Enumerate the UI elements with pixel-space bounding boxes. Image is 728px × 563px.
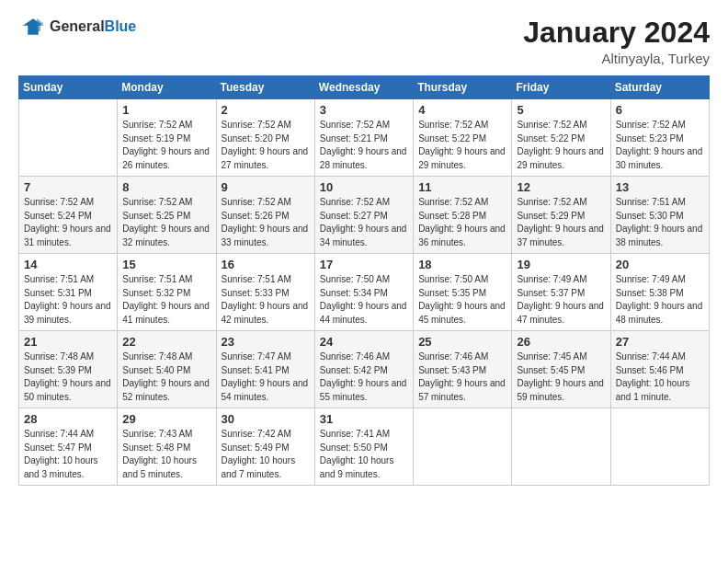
daylight-text: Daylight: 9 hours and 31 minutes.	[24, 224, 111, 247]
daylight-text: Daylight: 9 hours and 54 minutes.	[222, 378, 309, 402]
header-thursday: Thursday	[414, 76, 512, 99]
sunset-text: Sunset: 5:27 PM	[320, 211, 388, 221]
daylight-text: Daylight: 9 hours and 36 minutes.	[418, 224, 506, 247]
table-row: 14Sunrise: 7:51 AMSunset: 5:31 PMDayligh…	[19, 254, 118, 331]
sunrise-text: Sunrise: 7:52 AM	[616, 120, 686, 130]
day-number: 4	[418, 103, 506, 117]
day-number: 30	[222, 412, 310, 426]
day-number: 24	[320, 335, 408, 349]
day-info: Sunrise: 7:44 AMSunset: 5:46 PMDaylight:…	[616, 350, 704, 404]
table-row: 10Sunrise: 7:52 AMSunset: 5:27 PMDayligh…	[314, 177, 413, 254]
sunset-text: Sunset: 5:35 PM	[418, 288, 486, 298]
sunrise-text: Sunrise: 7:52 AM	[418, 120, 488, 130]
daylight-text: Daylight: 9 hours and 59 minutes.	[517, 378, 604, 402]
daylight-text: Daylight: 9 hours and 50 minutes.	[24, 378, 111, 402]
day-number: 25	[418, 335, 506, 349]
logo: GeneralBlue	[18, 17, 136, 37]
page: GeneralBlue January 2024 Altinyayla, Tur…	[0, 0, 728, 563]
day-info: Sunrise: 7:49 AMSunset: 5:37 PMDaylight:…	[517, 273, 605, 327]
sunrise-text: Sunrise: 7:52 AM	[517, 197, 586, 207]
day-info: Sunrise: 7:47 AMSunset: 5:41 PMDaylight:…	[222, 350, 310, 404]
daylight-text: Daylight: 10 hours and 9 minutes.	[320, 455, 394, 479]
day-number: 20	[616, 258, 704, 271]
daylight-text: Daylight: 9 hours and 34 minutes.	[320, 224, 407, 247]
header-sunday: Sunday	[19, 76, 118, 99]
day-info: Sunrise: 7:51 AMSunset: 5:31 PMDaylight:…	[24, 273, 112, 327]
sunrise-text: Sunrise: 7:41 AM	[320, 429, 390, 439]
daylight-text: Daylight: 9 hours and 45 minutes.	[418, 301, 506, 325]
sunset-text: Sunset: 5:33 PM	[222, 288, 290, 298]
day-info: Sunrise: 7:52 AMSunset: 5:22 PMDaylight:…	[517, 119, 605, 172]
calendar-week-row: 28Sunrise: 7:44 AMSunset: 5:47 PMDayligh…	[19, 408, 710, 486]
logo-icon	[20, 17, 46, 37]
table-row: 30Sunrise: 7:42 AMSunset: 5:49 PMDayligh…	[216, 408, 314, 486]
calendar-week-row: 21Sunrise: 7:48 AMSunset: 5:39 PMDayligh…	[19, 331, 710, 408]
sunrise-text: Sunrise: 7:51 AM	[616, 197, 686, 207]
day-number: 1	[122, 103, 210, 117]
sunrise-text: Sunrise: 7:52 AM	[24, 197, 94, 207]
daylight-text: Daylight: 9 hours and 29 minutes.	[418, 146, 506, 170]
sunset-text: Sunset: 5:29 PM	[517, 211, 585, 221]
calendar-week-row: 14Sunrise: 7:51 AMSunset: 5:31 PMDayligh…	[19, 254, 710, 331]
sunset-text: Sunset: 5:46 PM	[616, 365, 684, 375]
sunrise-text: Sunrise: 7:49 AM	[616, 274, 686, 284]
daylight-text: Daylight: 9 hours and 44 minutes.	[320, 301, 407, 325]
sunrise-text: Sunrise: 7:46 AM	[418, 351, 488, 362]
table-row: 20Sunrise: 7:49 AMSunset: 5:38 PMDayligh…	[610, 254, 709, 331]
sunset-text: Sunset: 5:30 PM	[616, 211, 684, 221]
sunset-text: Sunset: 5:38 PM	[616, 288, 684, 298]
day-number: 29	[122, 412, 210, 426]
day-number: 27	[616, 335, 704, 349]
day-info: Sunrise: 7:50 AMSunset: 5:34 PMDaylight:…	[320, 273, 408, 327]
daylight-text: Daylight: 9 hours and 47 minutes.	[517, 301, 604, 325]
table-row: 4Sunrise: 7:52 AMSunset: 5:22 PMDaylight…	[414, 99, 512, 177]
daylight-text: Daylight: 9 hours and 41 minutes.	[122, 301, 210, 325]
table-row	[19, 99, 118, 177]
sunrise-text: Sunrise: 7:52 AM	[222, 120, 291, 130]
daylight-text: Daylight: 9 hours and 55 minutes.	[320, 378, 407, 402]
header-friday: Friday	[512, 76, 610, 99]
table-row: 5Sunrise: 7:52 AMSunset: 5:22 PMDaylight…	[512, 99, 610, 177]
day-info: Sunrise: 7:48 AMSunset: 5:40 PMDaylight:…	[122, 350, 210, 404]
table-row: 27Sunrise: 7:44 AMSunset: 5:46 PMDayligh…	[610, 331, 709, 408]
table-row: 16Sunrise: 7:51 AMSunset: 5:33 PMDayligh…	[216, 254, 314, 331]
logo-general: General	[50, 18, 105, 34]
table-row: 19Sunrise: 7:49 AMSunset: 5:37 PMDayligh…	[512, 254, 610, 331]
day-number: 2	[222, 103, 310, 117]
daylight-text: Daylight: 9 hours and 52 minutes.	[122, 378, 210, 402]
weekday-header-row: Sunday Monday Tuesday Wednesday Thursday…	[19, 76, 710, 99]
table-row: 2Sunrise: 7:52 AMSunset: 5:20 PMDaylight…	[216, 99, 314, 177]
sunrise-text: Sunrise: 7:52 AM	[122, 197, 192, 207]
day-info: Sunrise: 7:52 AMSunset: 5:21 PMDaylight:…	[320, 119, 408, 172]
day-info: Sunrise: 7:52 AMSunset: 5:24 PMDaylight:…	[24, 196, 112, 249]
header-saturday: Saturday	[610, 76, 709, 99]
sunset-text: Sunset: 5:20 PM	[222, 133, 290, 144]
table-row: 18Sunrise: 7:50 AMSunset: 5:35 PMDayligh…	[414, 254, 512, 331]
daylight-text: Daylight: 10 hours and 7 minutes.	[222, 455, 296, 479]
sunrise-text: Sunrise: 7:44 AM	[616, 351, 686, 362]
daylight-text: Daylight: 10 hours and 3 minutes.	[24, 455, 98, 479]
sunset-text: Sunset: 5:25 PM	[122, 211, 190, 221]
daylight-text: Daylight: 9 hours and 57 minutes.	[418, 378, 506, 402]
day-number: 14	[24, 258, 112, 271]
day-info: Sunrise: 7:51 AMSunset: 5:32 PMDaylight:…	[122, 273, 210, 327]
day-number: 3	[320, 103, 408, 117]
sunset-text: Sunset: 5:47 PM	[24, 442, 92, 453]
table-row: 17Sunrise: 7:50 AMSunset: 5:34 PMDayligh…	[314, 254, 413, 331]
sunrise-text: Sunrise: 7:47 AM	[222, 351, 291, 362]
table-row: 7Sunrise: 7:52 AMSunset: 5:24 PMDaylight…	[19, 177, 118, 254]
table-row: 28Sunrise: 7:44 AMSunset: 5:47 PMDayligh…	[19, 408, 118, 486]
table-row: 29Sunrise: 7:43 AMSunset: 5:48 PMDayligh…	[118, 408, 216, 486]
day-number: 18	[418, 258, 506, 271]
header: GeneralBlue January 2024 Altinyayla, Tur…	[18, 17, 710, 66]
sunrise-text: Sunrise: 7:44 AM	[24, 429, 94, 439]
daylight-text: Daylight: 9 hours and 39 minutes.	[24, 301, 111, 325]
day-info: Sunrise: 7:52 AMSunset: 5:20 PMDaylight:…	[222, 119, 310, 172]
sunset-text: Sunset: 5:41 PM	[222, 365, 290, 375]
day-info: Sunrise: 7:52 AMSunset: 5:29 PMDaylight:…	[517, 196, 605, 249]
day-number: 23	[222, 335, 310, 349]
sunrise-text: Sunrise: 7:51 AM	[24, 274, 94, 284]
table-row: 24Sunrise: 7:46 AMSunset: 5:42 PMDayligh…	[314, 331, 413, 408]
location-title: Altinyayla, Turkey	[523, 51, 710, 66]
daylight-text: Daylight: 10 hours and 1 minute.	[616, 378, 690, 402]
